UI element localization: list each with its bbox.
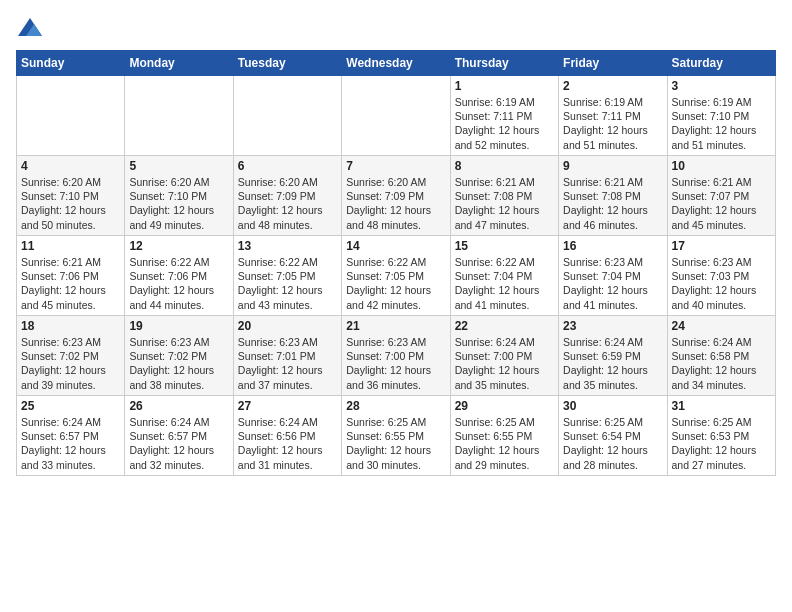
calendar-cell: 23Sunrise: 6:24 AM Sunset: 6:59 PM Dayli… bbox=[559, 316, 667, 396]
weekday-header-sunday: Sunday bbox=[17, 51, 125, 76]
calendar-cell: 31Sunrise: 6:25 AM Sunset: 6:53 PM Dayli… bbox=[667, 396, 775, 476]
calendar-cell: 3Sunrise: 6:19 AM Sunset: 7:10 PM Daylig… bbox=[667, 76, 775, 156]
day-number: 1 bbox=[455, 79, 554, 93]
day-number: 5 bbox=[129, 159, 228, 173]
day-number: 19 bbox=[129, 319, 228, 333]
day-info: Sunrise: 6:23 AM Sunset: 7:03 PM Dayligh… bbox=[672, 255, 771, 312]
calendar-cell: 13Sunrise: 6:22 AM Sunset: 7:05 PM Dayli… bbox=[233, 236, 341, 316]
calendar-cell: 21Sunrise: 6:23 AM Sunset: 7:00 PM Dayli… bbox=[342, 316, 450, 396]
calendar-cell: 28Sunrise: 6:25 AM Sunset: 6:55 PM Dayli… bbox=[342, 396, 450, 476]
day-info: Sunrise: 6:20 AM Sunset: 7:10 PM Dayligh… bbox=[21, 175, 120, 232]
calendar-cell: 26Sunrise: 6:24 AM Sunset: 6:57 PM Dayli… bbox=[125, 396, 233, 476]
calendar-cell bbox=[233, 76, 341, 156]
calendar-cell: 2Sunrise: 6:19 AM Sunset: 7:11 PM Daylig… bbox=[559, 76, 667, 156]
day-number: 12 bbox=[129, 239, 228, 253]
day-number: 28 bbox=[346, 399, 445, 413]
weekday-header-saturday: Saturday bbox=[667, 51, 775, 76]
calendar-cell: 4Sunrise: 6:20 AM Sunset: 7:10 PM Daylig… bbox=[17, 156, 125, 236]
day-number: 7 bbox=[346, 159, 445, 173]
day-number: 18 bbox=[21, 319, 120, 333]
week-row-1: 1Sunrise: 6:19 AM Sunset: 7:11 PM Daylig… bbox=[17, 76, 776, 156]
week-row-3: 11Sunrise: 6:21 AM Sunset: 7:06 PM Dayli… bbox=[17, 236, 776, 316]
calendar-cell bbox=[17, 76, 125, 156]
day-info: Sunrise: 6:25 AM Sunset: 6:55 PM Dayligh… bbox=[455, 415, 554, 472]
day-info: Sunrise: 6:23 AM Sunset: 7:01 PM Dayligh… bbox=[238, 335, 337, 392]
calendar-cell: 29Sunrise: 6:25 AM Sunset: 6:55 PM Dayli… bbox=[450, 396, 558, 476]
day-number: 13 bbox=[238, 239, 337, 253]
day-number: 25 bbox=[21, 399, 120, 413]
day-info: Sunrise: 6:24 AM Sunset: 6:57 PM Dayligh… bbox=[21, 415, 120, 472]
weekday-header-tuesday: Tuesday bbox=[233, 51, 341, 76]
day-info: Sunrise: 6:19 AM Sunset: 7:11 PM Dayligh… bbox=[455, 95, 554, 152]
day-number: 27 bbox=[238, 399, 337, 413]
day-info: Sunrise: 6:22 AM Sunset: 7:06 PM Dayligh… bbox=[129, 255, 228, 312]
day-info: Sunrise: 6:22 AM Sunset: 7:05 PM Dayligh… bbox=[346, 255, 445, 312]
week-row-2: 4Sunrise: 6:20 AM Sunset: 7:10 PM Daylig… bbox=[17, 156, 776, 236]
calendar-cell: 30Sunrise: 6:25 AM Sunset: 6:54 PM Dayli… bbox=[559, 396, 667, 476]
calendar-cell: 7Sunrise: 6:20 AM Sunset: 7:09 PM Daylig… bbox=[342, 156, 450, 236]
weekday-header-thursday: Thursday bbox=[450, 51, 558, 76]
calendar-cell: 17Sunrise: 6:23 AM Sunset: 7:03 PM Dayli… bbox=[667, 236, 775, 316]
day-info: Sunrise: 6:22 AM Sunset: 7:05 PM Dayligh… bbox=[238, 255, 337, 312]
day-info: Sunrise: 6:20 AM Sunset: 7:09 PM Dayligh… bbox=[238, 175, 337, 232]
weekday-header-friday: Friday bbox=[559, 51, 667, 76]
day-number: 15 bbox=[455, 239, 554, 253]
calendar-cell bbox=[125, 76, 233, 156]
weekday-header-monday: Monday bbox=[125, 51, 233, 76]
day-info: Sunrise: 6:24 AM Sunset: 6:58 PM Dayligh… bbox=[672, 335, 771, 392]
day-number: 29 bbox=[455, 399, 554, 413]
weekday-header-row: SundayMondayTuesdayWednesdayThursdayFrid… bbox=[17, 51, 776, 76]
day-number: 23 bbox=[563, 319, 662, 333]
calendar-cell: 8Sunrise: 6:21 AM Sunset: 7:08 PM Daylig… bbox=[450, 156, 558, 236]
calendar-cell: 6Sunrise: 6:20 AM Sunset: 7:09 PM Daylig… bbox=[233, 156, 341, 236]
weekday-header-wednesday: Wednesday bbox=[342, 51, 450, 76]
calendar-table: SundayMondayTuesdayWednesdayThursdayFrid… bbox=[16, 50, 776, 476]
day-info: Sunrise: 6:22 AM Sunset: 7:04 PM Dayligh… bbox=[455, 255, 554, 312]
calendar-cell: 24Sunrise: 6:24 AM Sunset: 6:58 PM Dayli… bbox=[667, 316, 775, 396]
calendar-cell: 27Sunrise: 6:24 AM Sunset: 6:56 PM Dayli… bbox=[233, 396, 341, 476]
day-number: 26 bbox=[129, 399, 228, 413]
day-number: 11 bbox=[21, 239, 120, 253]
day-number: 6 bbox=[238, 159, 337, 173]
calendar-cell: 25Sunrise: 6:24 AM Sunset: 6:57 PM Dayli… bbox=[17, 396, 125, 476]
day-number: 3 bbox=[672, 79, 771, 93]
calendar-cell: 14Sunrise: 6:22 AM Sunset: 7:05 PM Dayli… bbox=[342, 236, 450, 316]
logo bbox=[16, 16, 48, 44]
day-info: Sunrise: 6:24 AM Sunset: 6:59 PM Dayligh… bbox=[563, 335, 662, 392]
day-info: Sunrise: 6:20 AM Sunset: 7:10 PM Dayligh… bbox=[129, 175, 228, 232]
day-number: 21 bbox=[346, 319, 445, 333]
calendar-cell: 11Sunrise: 6:21 AM Sunset: 7:06 PM Dayli… bbox=[17, 236, 125, 316]
calendar-cell bbox=[342, 76, 450, 156]
day-number: 16 bbox=[563, 239, 662, 253]
day-number: 20 bbox=[238, 319, 337, 333]
day-number: 14 bbox=[346, 239, 445, 253]
day-info: Sunrise: 6:24 AM Sunset: 6:56 PM Dayligh… bbox=[238, 415, 337, 472]
day-info: Sunrise: 6:20 AM Sunset: 7:09 PM Dayligh… bbox=[346, 175, 445, 232]
day-info: Sunrise: 6:25 AM Sunset: 6:54 PM Dayligh… bbox=[563, 415, 662, 472]
day-info: Sunrise: 6:25 AM Sunset: 6:53 PM Dayligh… bbox=[672, 415, 771, 472]
day-number: 9 bbox=[563, 159, 662, 173]
day-number: 24 bbox=[672, 319, 771, 333]
day-info: Sunrise: 6:23 AM Sunset: 7:02 PM Dayligh… bbox=[129, 335, 228, 392]
calendar-cell: 19Sunrise: 6:23 AM Sunset: 7:02 PM Dayli… bbox=[125, 316, 233, 396]
day-info: Sunrise: 6:21 AM Sunset: 7:07 PM Dayligh… bbox=[672, 175, 771, 232]
day-number: 31 bbox=[672, 399, 771, 413]
calendar-cell: 15Sunrise: 6:22 AM Sunset: 7:04 PM Dayli… bbox=[450, 236, 558, 316]
day-info: Sunrise: 6:24 AM Sunset: 6:57 PM Dayligh… bbox=[129, 415, 228, 472]
day-info: Sunrise: 6:23 AM Sunset: 7:00 PM Dayligh… bbox=[346, 335, 445, 392]
day-info: Sunrise: 6:21 AM Sunset: 7:08 PM Dayligh… bbox=[455, 175, 554, 232]
week-row-5: 25Sunrise: 6:24 AM Sunset: 6:57 PM Dayli… bbox=[17, 396, 776, 476]
day-info: Sunrise: 6:19 AM Sunset: 7:11 PM Dayligh… bbox=[563, 95, 662, 152]
day-number: 22 bbox=[455, 319, 554, 333]
calendar-cell: 22Sunrise: 6:24 AM Sunset: 7:00 PM Dayli… bbox=[450, 316, 558, 396]
header bbox=[16, 16, 776, 44]
day-number: 4 bbox=[21, 159, 120, 173]
day-info: Sunrise: 6:25 AM Sunset: 6:55 PM Dayligh… bbox=[346, 415, 445, 472]
calendar-cell: 1Sunrise: 6:19 AM Sunset: 7:11 PM Daylig… bbox=[450, 76, 558, 156]
calendar-cell: 18Sunrise: 6:23 AM Sunset: 7:02 PM Dayli… bbox=[17, 316, 125, 396]
calendar-cell: 10Sunrise: 6:21 AM Sunset: 7:07 PM Dayli… bbox=[667, 156, 775, 236]
calendar-cell: 16Sunrise: 6:23 AM Sunset: 7:04 PM Dayli… bbox=[559, 236, 667, 316]
day-info: Sunrise: 6:21 AM Sunset: 7:08 PM Dayligh… bbox=[563, 175, 662, 232]
calendar-cell: 12Sunrise: 6:22 AM Sunset: 7:06 PM Dayli… bbox=[125, 236, 233, 316]
calendar-cell: 20Sunrise: 6:23 AM Sunset: 7:01 PM Dayli… bbox=[233, 316, 341, 396]
